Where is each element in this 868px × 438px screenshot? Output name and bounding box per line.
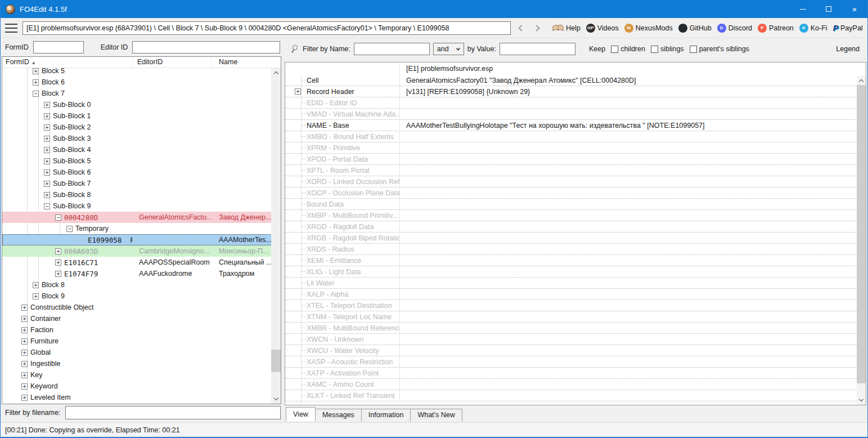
tree-row[interactable]: +E1016C71AAAPOSSpecialRoomСпециальный ..… bbox=[2, 257, 281, 268]
expand-icon[interactable]: + bbox=[21, 305, 28, 311]
expand-icon[interactable]: + bbox=[21, 350, 28, 356]
tree-row[interactable]: +Sub-Block 7 bbox=[2, 178, 281, 189]
expand-icon[interactable]: + bbox=[55, 271, 61, 277]
scroll-up-icon[interactable] bbox=[271, 68, 281, 78]
record-row[interactable]: XMBP - MultiBound Primitiv... bbox=[285, 210, 866, 221]
tree-row[interactable]: +Block 9 bbox=[2, 290, 281, 302]
record-row[interactable]: XMBO - Bound Half Extents bbox=[285, 131, 866, 142]
record-row[interactable]: XWCN - Unknown bbox=[285, 334, 866, 345]
expand-icon[interactable]: + bbox=[21, 383, 28, 390]
tree-row[interactable]: +Block 8 bbox=[2, 279, 281, 290]
expand-icon[interactable]: + bbox=[295, 88, 301, 95]
column-header-formid[interactable]: FormID▲ bbox=[2, 57, 133, 68]
expand-icon[interactable]: + bbox=[21, 338, 28, 345]
record-row[interactable]: XASP - Acoustic Restriction bbox=[285, 356, 866, 368]
record-row[interactable]: Lit Water bbox=[285, 278, 866, 289]
record-scrollbar-thumb[interactable] bbox=[857, 85, 866, 383]
expand-icon[interactable]: + bbox=[55, 248, 61, 254]
record-row[interactable]: VMAD - Virtual Machine Ada... bbox=[285, 109, 866, 120]
forward-button[interactable] bbox=[530, 21, 545, 35]
link-github[interactable]: GitHub bbox=[678, 24, 712, 33]
collapse-icon[interactable]: − bbox=[44, 203, 50, 209]
tree-row[interactable]: +Ingestible bbox=[2, 358, 281, 369]
tree-row[interactable]: +Sub-Block 4 bbox=[2, 144, 281, 155]
expand-icon[interactable]: + bbox=[21, 395, 28, 401]
record-row[interactable]: XOCP - Occlusion Plane Data bbox=[285, 187, 866, 199]
record-row[interactable]: XATP - Activation Point bbox=[285, 368, 866, 379]
close-button[interactable]: × bbox=[842, 0, 867, 18]
tab-messages[interactable]: Messages bbox=[316, 409, 362, 421]
tree-row[interactable]: +Faction bbox=[2, 324, 281, 336]
expand-icon[interactable]: + bbox=[44, 192, 50, 198]
column-header-editorid[interactable]: EditorID bbox=[133, 57, 212, 68]
record-row[interactable]: CellGeneralAtomicsFactory01 "Завод Джене… bbox=[285, 75, 866, 86]
tree-row[interactable]: −0004280DGeneralAtomicsFacto...Завод Дже… bbox=[2, 212, 281, 223]
expand-icon[interactable]: + bbox=[33, 282, 39, 288]
column-header-name[interactable]: Name bbox=[212, 57, 281, 68]
tree-row[interactable]: +Furniture bbox=[2, 336, 281, 347]
tree-row[interactable]: +Sub-Block 3 bbox=[2, 133, 281, 144]
plugin-column-header[interactable]: [E1] problemsofsurvivor.esp bbox=[399, 62, 866, 75]
link-nexusmods[interactable]: NNexusMods bbox=[624, 24, 673, 33]
record-row[interactable]: +Record Header[v131] [REFR:E1099058] {Un… bbox=[285, 86, 866, 97]
expand-icon[interactable]: + bbox=[44, 113, 50, 119]
expand-icon[interactable]: + bbox=[33, 293, 39, 300]
tree-row[interactable]: +Block 5 bbox=[2, 68, 281, 77]
expand-icon[interactable]: + bbox=[21, 327, 28, 333]
expand-icon[interactable]: + bbox=[44, 181, 50, 187]
record-row[interactable]: XLIG - Light Data bbox=[285, 266, 866, 278]
record-row[interactable]: XLKT - Linked Ref Transient bbox=[285, 390, 866, 401]
record-row[interactable]: XRDS - Radius bbox=[285, 244, 866, 255]
collapse-icon[interactable]: − bbox=[55, 214, 61, 221]
tree-row[interactable]: +Block 6 bbox=[2, 77, 281, 88]
keep-option-children[interactable]: children bbox=[611, 45, 645, 53]
tree-scrollbar[interactable] bbox=[271, 68, 281, 404]
tree-row[interactable]: +E1074F79AAAFuckodromeТраходром bbox=[2, 268, 281, 279]
tree-row[interactable]: E1099058 Placed ObjectAAAMotherTes... bbox=[2, 234, 281, 245]
tree-row[interactable]: +Keyword bbox=[2, 381, 281, 392]
tree-row[interactable]: +Global bbox=[2, 347, 281, 358]
tree-row[interactable]: +Sub-Block 8 bbox=[2, 189, 281, 200]
minimize-button[interactable] bbox=[790, 0, 816, 18]
menu-icon[interactable] bbox=[5, 24, 17, 33]
expand-icon[interactable]: + bbox=[21, 372, 28, 378]
legend-link[interactable]: Legend bbox=[836, 45, 860, 53]
tab-information[interactable]: Information bbox=[362, 409, 411, 421]
expand-icon[interactable]: + bbox=[44, 158, 50, 164]
record-row[interactable]: XTNM - Teleport Loc Name bbox=[285, 311, 866, 323]
filter-filename-input[interactable] bbox=[65, 406, 281, 419]
link-videos[interactable]: GPVideos bbox=[586, 24, 619, 33]
filter-value-input[interactable] bbox=[500, 43, 575, 55]
record-row[interactable]: XEMI - Emittance bbox=[285, 255, 866, 266]
tree-row[interactable]: +Constructible Object bbox=[2, 302, 281, 313]
record-row[interactable]: XRGD - Ragdoll Data bbox=[285, 221, 866, 233]
tree-row[interactable]: +Container bbox=[2, 313, 281, 324]
tree-row[interactable]: +Sub-Block 0 bbox=[2, 99, 281, 110]
link-help[interactable]: Help bbox=[552, 24, 581, 32]
formid-input[interactable] bbox=[33, 41, 84, 53]
expand-icon[interactable]: + bbox=[21, 361, 28, 367]
record-row[interactable]: NAME - BaseAAAMotherTestBullyingHolotape… bbox=[285, 120, 866, 131]
tree-row[interactable]: −Temporary bbox=[2, 223, 281, 234]
breadcrumb[interactable] bbox=[23, 21, 511, 35]
expand-icon[interactable]: + bbox=[44, 147, 50, 153]
filter-name-input[interactable] bbox=[354, 43, 430, 55]
record-row[interactable]: XRGB - Ragdoll Biped Rotation bbox=[285, 233, 866, 244]
record-row[interactable]: XMBR - MultiBound Reference bbox=[285, 323, 866, 334]
record-scrollbar[interactable] bbox=[857, 76, 866, 405]
checkbox-icon[interactable] bbox=[651, 46, 658, 53]
expand-icon[interactable]: + bbox=[44, 124, 50, 131]
checkbox-icon[interactable] bbox=[611, 46, 618, 53]
expand-icon[interactable]: + bbox=[44, 102, 50, 108]
record-row[interactable]: Bound Data bbox=[285, 199, 866, 210]
record-row[interactable]: XAMC - Ammo Count bbox=[285, 379, 866, 390]
tree-row[interactable]: +Sub-Block 6 bbox=[2, 167, 281, 178]
expand-icon[interactable]: + bbox=[33, 68, 39, 74]
tree-row[interactable]: −Sub-Block 9 bbox=[2, 200, 281, 212]
keep-option-siblings[interactable]: siblings bbox=[651, 45, 684, 53]
maximize-button[interactable] bbox=[816, 0, 842, 18]
record-row[interactable]: EDID - Editor ID bbox=[285, 97, 866, 109]
tree-row[interactable]: +Sub-Block 5 bbox=[2, 155, 281, 167]
record-row[interactable]: XPOD - Portal Data bbox=[285, 154, 866, 165]
expand-icon[interactable]: + bbox=[33, 79, 39, 86]
